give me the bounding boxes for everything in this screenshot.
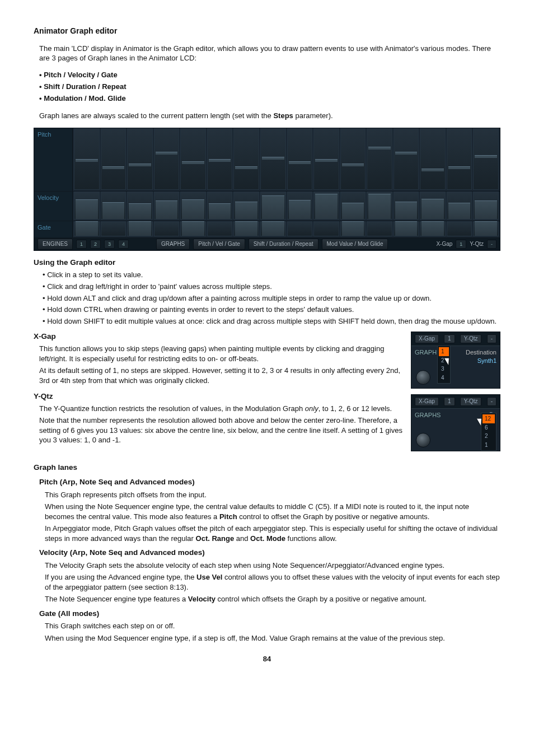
velocity-lane-label: Velocity: [34, 192, 73, 221]
pitch-control-label: Pitch: [219, 512, 237, 521]
using-bullet-3: • Hold down ALT and click and drag up/do…: [43, 293, 500, 304]
page-number: 84: [34, 654, 500, 664]
p2c-text: control to offset the Graph by positive …: [237, 512, 430, 521]
figa-yqtz-value[interactable]: -: [487, 334, 496, 343]
use-vel-label: Use Vel: [196, 573, 222, 581]
figa-menu-1[interactable]: 1: [439, 347, 449, 356]
xgap-label: X-Gap: [436, 240, 452, 248]
figb-menu-2[interactable]: 2: [483, 432, 495, 441]
figb-xgap-value[interactable]: 1: [444, 397, 455, 406]
using-bullet-1: • Click in a step to set its value.: [43, 270, 500, 280]
engine-tab-1[interactable]: 1: [76, 240, 87, 249]
graph-tab-sdr[interactable]: Shift / Duration / Repeat: [249, 239, 318, 250]
figa-menu-4[interactable]: 4: [439, 374, 449, 382]
v3a-text: The Note Sequencer engine type features …: [45, 595, 188, 603]
figa-yqtz-label: Y-Qtz: [460, 334, 482, 343]
gate-paragraph-1: This Graph switches each step on or off.: [45, 621, 500, 631]
velocity-paragraph-2: If you are using the Advanced engine typ…: [45, 572, 500, 592]
v2a-text: If you are using the Advanced engine typ…: [45, 573, 196, 581]
bullet-bold-1: • Pitch / Velocity / Gate: [39, 71, 500, 80]
intro2c-text: parameter).: [293, 111, 333, 120]
intro-paragraph-1: The main 'LCD' display in Animator is th…: [39, 44, 500, 63]
velocity-paragraph-1: The Velocity Graph sets the absolute vel…: [45, 561, 500, 571]
intro-paragraph-2: Graph lanes are always scaled to the cur…: [39, 111, 500, 121]
velocity-control-label: Velocity: [188, 595, 216, 603]
pitch-paragraph-1: This Graph represents pitch offsets from…: [45, 490, 500, 500]
heading-using-graph-editor: Using the Graph editor: [34, 258, 500, 268]
yqtz-popup-figure: X-Gap 1 Y-Qtz - GRAPHS De Sy 12 6 2 1: [411, 394, 500, 451]
pitch-lane-label: Pitch: [34, 128, 73, 190]
only-italic: only: [305, 404, 318, 413]
engine-tab-3[interactable]: 3: [104, 240, 115, 249]
gate-paragraph-2: When using the Mod Sequencer engine type…: [45, 633, 500, 643]
figb-yqtz-label: Y-Qtz: [460, 397, 482, 406]
heading-gate-lane: Gate (All modes): [39, 609, 500, 619]
yqtz-label: Y-Qtz: [470, 240, 484, 248]
xgap-value[interactable]: 1: [456, 240, 466, 249]
pitch-paragraph-3: In Arpeggiator mode, Pitch Graph values …: [45, 524, 500, 543]
using-bullet-4: • Hold down CTRL when drawing or paintin…: [43, 305, 500, 315]
figb-menu-1[interactable]: 1: [483, 441, 495, 450]
p3c-text: and: [234, 534, 250, 543]
figa-xgap-label: X-Gap: [415, 334, 439, 343]
using-bullet-2: • Click and drag left/right in order to …: [43, 282, 500, 292]
figb-xgap-label: X-Gap: [415, 397, 439, 406]
oct-range-label: Oct. Range: [196, 534, 235, 543]
figb-knob[interactable]: [416, 433, 430, 447]
cursor-icon: [446, 357, 454, 367]
bullet-bold-2: • Shift / Duration / Repeat: [39, 82, 500, 92]
figa-destination-label: Destination: [466, 349, 496, 356]
velocity-lane-grid[interactable]: [73, 192, 500, 221]
yqtz-value[interactable]: -: [487, 240, 496, 249]
y1c-text: , to 1, 2, 6 or 12 levels.: [318, 404, 392, 413]
figa-synth-label[interactable]: Synth1: [477, 357, 496, 364]
cursor-icon: [479, 417, 486, 427]
v3c-text: control which offsets the Graph by a pos…: [216, 595, 427, 603]
pitch-paragraph-2: When using the Note Sequencer engine typ…: [45, 502, 500, 521]
figa-knob[interactable]: [416, 370, 430, 385]
heading-pitch-lane: Pitch (Arp, Note Seq and Advanced modes): [39, 477, 500, 487]
figure-footer: ENGINES 1 2 3 4 GRAPHS Pitch / Vel / Gat…: [34, 238, 500, 250]
intro2a-text: Graph lanes are always scaled to the cur…: [39, 111, 273, 120]
velocity-paragraph-3: The Note Sequencer engine type features …: [45, 594, 500, 604]
heading-velocity-lane: Velocity (Arp, Note Seq and Advanced mod…: [39, 548, 500, 558]
engines-label: ENGINES: [38, 239, 73, 250]
heading-graph-lanes: Graph lanes: [34, 463, 500, 473]
bullet-bold-3: • Modulation / Mod. Glide: [39, 94, 500, 104]
figa-graph-label: GRAPH:: [415, 349, 438, 356]
engine-tab-2[interactable]: 2: [90, 240, 101, 249]
p3e-text: functions allow.: [285, 534, 337, 543]
animator-lcd-figure: Pitch Velocity: [34, 128, 500, 251]
heading-animator-graph-editor: Animator Graph editor: [34, 26, 500, 36]
y1a-text: The Y-Quantize function restricts the re…: [39, 404, 305, 413]
xgap-popup-figure: X-Gap 1 Y-Qtz - GRAPH: Destination Synth…: [411, 332, 500, 389]
graph-tab-pvg[interactable]: Pitch / Vel / Gate: [193, 239, 245, 250]
gate-lane-label: Gate: [34, 221, 73, 238]
pitch-lane-grid[interactable]: [73, 128, 500, 190]
figb-graphs-label: GRAPHS: [415, 412, 441, 418]
steps-param-label: Steps: [273, 111, 293, 120]
engine-tab-4[interactable]: 4: [118, 240, 129, 249]
figb-yqtz-value[interactable]: -: [487, 397, 496, 406]
graphs-label: GRAPHS: [156, 239, 190, 250]
figa-xgap-value[interactable]: 1: [444, 334, 455, 343]
oct-mode-label: Oct. Mode: [250, 534, 285, 543]
right-column-figures: X-Gap 1 Y-Qtz - GRAPH: Destination Synth…: [411, 332, 500, 457]
gate-lane-grid[interactable]: [73, 221, 500, 238]
graph-tab-mod[interactable]: Mod Value / Mod Glide: [322, 239, 388, 250]
using-bullet-5: • Hold down SHIFT to edit multiple value…: [43, 316, 500, 326]
